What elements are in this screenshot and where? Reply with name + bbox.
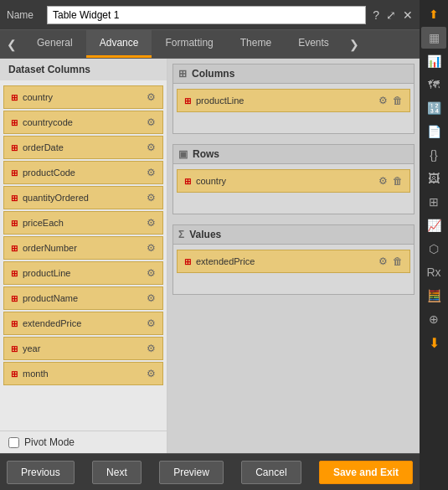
image-icon[interactable]: 🖼 xyxy=(421,168,446,189)
columns-section-icon: ⊞ xyxy=(178,68,187,80)
tab-prev-arrow[interactable]: ❮ xyxy=(0,31,23,58)
right-sidebar: ⬆ ▦ 📊 🗺 🔢 📄 {} 🖼 ⊞ 📈 ⬡ Rx 🧮 ⊕ ⬇ xyxy=(420,0,448,490)
columns-item[interactable]: ⊞ productLine ⚙ 🗑 xyxy=(177,89,410,112)
val-gear-icon[interactable]: ⚙ xyxy=(378,255,388,267)
dataset-item[interactable]: ⊞ orderDate ⚙ xyxy=(3,136,163,159)
bracket-icon[interactable]: {} xyxy=(421,144,446,166)
dataset-item[interactable]: ⊞ country ⚙ xyxy=(3,85,163,109)
node-icon[interactable]: ⬡ xyxy=(421,238,446,260)
download-icon[interactable]: ⬇ xyxy=(421,332,446,353)
values-items-list: ⊞ extendedPrice ⚙ 🗑 xyxy=(173,245,415,295)
rx-icon[interactable]: Rx xyxy=(421,261,446,283)
values-section-icon: Σ xyxy=(178,229,184,240)
val-item-label: extendedPrice xyxy=(196,256,255,266)
map-icon[interactable]: 🗺 xyxy=(421,74,446,95)
row-table-icon: ⊞ xyxy=(184,177,191,186)
dataset-columns-title: Dataset Columns xyxy=(0,59,167,80)
ds-gear-icon[interactable]: ⚙ xyxy=(147,317,156,329)
pin-icon[interactable]: ⬆ xyxy=(421,3,446,25)
rows-item[interactable]: ⊞ country ⚙ 🗑 xyxy=(177,169,410,193)
tab-general[interactable]: General xyxy=(23,30,86,58)
rows-section: ▣ Rows ⊞ country ⚙ 🗑 xyxy=(173,144,415,214)
ds-gear-icon[interactable]: ⚙ xyxy=(147,167,156,178)
ds-gear-icon[interactable]: ⚙ xyxy=(147,217,156,229)
columns-section-title: Columns xyxy=(192,68,234,80)
dataset-item[interactable]: ⊞ year ⚙ xyxy=(3,337,163,360)
table-icon[interactable]: ▦ xyxy=(421,27,446,49)
pivot-mode-label: Pivot Mode xyxy=(24,436,75,448)
cancel-button[interactable]: Cancel xyxy=(241,461,301,484)
preview-button[interactable]: Preview xyxy=(159,461,224,484)
dataset-item[interactable]: ⊞ extendedPrice ⚙ xyxy=(3,312,163,335)
ds-gear-icon[interactable]: ⚙ xyxy=(147,292,156,304)
ds-gear-icon[interactable]: ⚙ xyxy=(147,343,156,354)
dataset-item[interactable]: ⊞ productLine ⚙ xyxy=(3,261,163,285)
tab-formatting[interactable]: Formatting xyxy=(152,30,226,58)
dataset-item[interactable]: ⊞ quantityOrdered ⚙ xyxy=(3,186,163,209)
ds-gear-icon[interactable]: ⚙ xyxy=(147,116,156,128)
dataset-item[interactable]: ⊞ month ⚙ xyxy=(3,362,163,385)
dataset-item[interactable]: ⊞ priceEach ⚙ xyxy=(3,211,163,235)
widget-name-input[interactable] xyxy=(47,6,366,24)
close-icon[interactable]: ✕ xyxy=(403,8,413,22)
layers-icon[interactable]: ⊕ xyxy=(421,308,446,330)
row-item-label: country xyxy=(196,176,226,186)
columns-section: ⊞ Columns ⊞ productLine ⚙ 🗑 xyxy=(173,64,415,134)
col-delete-icon[interactable]: 🗑 xyxy=(393,95,403,106)
ds-item-label: productLine xyxy=(23,268,71,278)
dataset-columns-list: ⊞ country ⚙ ⊞ countrycode ⚙ ⊞ orderDate … xyxy=(0,80,167,431)
ds-gear-icon[interactable]: ⚙ xyxy=(147,91,156,103)
line-chart-icon[interactable]: 📈 xyxy=(421,214,446,236)
dataset-item[interactable]: ⊞ orderNumber ⚙ xyxy=(3,236,163,260)
tab-next-arrow[interactable]: ❯ xyxy=(342,31,366,58)
val-delete-icon[interactable]: 🗑 xyxy=(393,255,403,267)
tab-advance[interactable]: Advance xyxy=(86,30,152,58)
tab-theme[interactable]: Theme xyxy=(227,30,285,58)
columns-items-list: ⊞ productLine ⚙ 🗑 xyxy=(173,84,415,134)
next-button[interactable]: Next xyxy=(92,461,142,484)
ds-gear-icon[interactable]: ⚙ xyxy=(147,242,156,254)
ds-item-label: quantityOrdered xyxy=(23,193,89,203)
pivot-icon[interactable]: ⊞ xyxy=(421,191,446,213)
values-section-title: Values xyxy=(189,229,221,240)
move-icon[interactable]: ⤢ xyxy=(386,8,396,22)
rows-section-title: Rows xyxy=(193,148,219,160)
chart-bar-icon[interactable]: 📊 xyxy=(421,50,446,72)
dataset-item[interactable]: ⊞ productName ⚙ xyxy=(3,286,163,310)
calc-icon[interactable]: 🧮 xyxy=(421,285,446,307)
values-section: Σ Values ⊞ extendedPrice ⚙ 🗑 xyxy=(173,224,415,295)
ds-item-label: countrycode xyxy=(23,117,73,127)
save-exit-button[interactable]: Save and Exit xyxy=(319,461,413,484)
dataset-item[interactable]: ⊞ countrycode ⚙ xyxy=(3,111,163,134)
ds-table-icon: ⊞ xyxy=(11,143,18,152)
row-gear-icon[interactable]: ⚙ xyxy=(378,175,388,187)
ds-item-label: priceEach xyxy=(23,218,64,228)
ds-item-label: productName xyxy=(23,293,78,303)
help-icon[interactable]: ? xyxy=(373,8,379,22)
ds-table-icon: ⊞ xyxy=(11,369,18,379)
document-icon[interactable]: 📄 xyxy=(421,121,446,142)
ds-gear-icon[interactable]: ⚙ xyxy=(147,267,156,279)
tab-events[interactable]: Events xyxy=(285,30,342,58)
dataset-item[interactable]: ⊞ productCode ⚙ xyxy=(3,161,163,184)
rows-section-icon: ▣ xyxy=(178,148,188,160)
ds-gear-icon[interactable]: ⚙ xyxy=(147,192,156,204)
ds-table-icon: ⊞ xyxy=(11,344,18,353)
kpi-icon[interactable]: 🔢 xyxy=(421,97,446,119)
ds-table-icon: ⊞ xyxy=(11,168,18,178)
ds-table-icon: ⊞ xyxy=(11,269,18,278)
values-item[interactable]: ⊞ extendedPrice ⚙ 🗑 xyxy=(177,250,410,273)
ds-item-label: country xyxy=(23,92,53,102)
ds-gear-icon[interactable]: ⚙ xyxy=(147,368,156,379)
col-gear-icon[interactable]: ⚙ xyxy=(378,95,388,106)
ds-table-icon: ⊞ xyxy=(11,244,18,253)
ds-item-label: month xyxy=(23,369,49,379)
ds-table-icon: ⊞ xyxy=(11,93,18,102)
pivot-mode-checkbox[interactable] xyxy=(8,437,19,448)
row-delete-icon[interactable]: 🗑 xyxy=(393,175,403,187)
ds-table-icon: ⊞ xyxy=(11,193,18,203)
ds-gear-icon[interactable]: ⚙ xyxy=(147,142,156,153)
previous-button[interactable]: Previous xyxy=(7,461,75,484)
ds-table-icon: ⊞ xyxy=(11,219,18,228)
ds-item-label: extendedPrice xyxy=(23,318,81,328)
